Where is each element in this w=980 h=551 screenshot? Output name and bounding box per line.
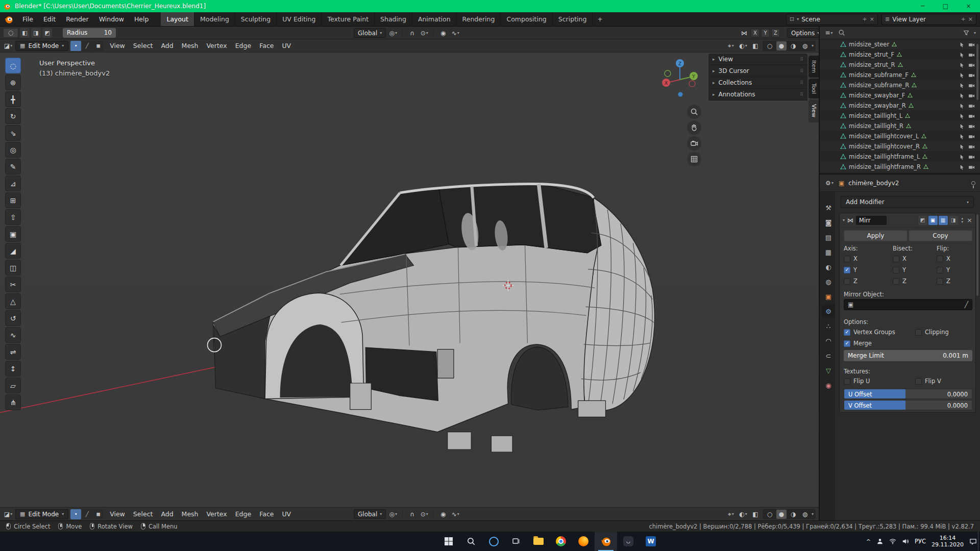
outliner-row[interactable]: midsize_subframe_F: [820, 70, 980, 80]
viewport-menu[interactable]: View: [106, 510, 129, 518]
viewport-menu[interactable]: Select: [129, 510, 157, 518]
mirror-axis-toggle[interactable]: X: [751, 29, 760, 37]
workspace-tab[interactable]: Layout: [161, 12, 194, 26]
render-visibility-icon[interactable]: [968, 134, 975, 139]
n-panel-section[interactable]: ▸ Annotations ⠿: [708, 89, 807, 101]
outliner-row[interactable]: midsize_taillight_L: [820, 111, 980, 121]
tab-object-data[interactable]: ▽: [822, 364, 835, 377]
workspace-tab[interactable]: Compositing: [501, 12, 552, 26]
selectable-icon[interactable]: [959, 52, 965, 58]
new-view-layer-icon[interactable]: +: [961, 16, 966, 22]
tool-rip-region[interactable]: ⋔: [5, 394, 21, 410]
viewport-menu[interactable]: Select: [129, 42, 157, 49]
clock[interactable]: 16:14 29.11.2020: [932, 535, 964, 548]
shading-wireframe-button[interactable]: ○: [765, 510, 775, 519]
viewport-menu[interactable]: Edge: [231, 510, 255, 518]
render-visibility-icon[interactable]: [968, 164, 975, 170]
n-panel-section[interactable]: ▸ View ⠿: [708, 54, 807, 65]
selectable-icon[interactable]: [959, 103, 965, 109]
volume-tray-icon[interactable]: [902, 538, 909, 545]
tab-active-tool[interactable]: ⚒: [822, 201, 835, 214]
pin-icon[interactable]: [971, 181, 975, 185]
tab-material[interactable]: ◉: [822, 379, 835, 392]
outliner-row[interactable]: midsize_strut_R: [820, 60, 980, 70]
render-visibility-icon[interactable]: [968, 123, 975, 129]
render-visibility-icon[interactable]: [968, 144, 975, 149]
display-cage-toggle[interactable]: ◩: [918, 216, 927, 225]
menubar-menu[interactable]: Help: [129, 12, 154, 26]
orientation-dropdown[interactable]: Global▾: [354, 28, 386, 38]
proportional-edit-toggle[interactable]: ◉: [438, 509, 448, 519]
move-modifier-down-icon[interactable]: ▾: [962, 220, 964, 224]
mode-dropdown[interactable]: ▦ Edit Mode ▾: [15, 509, 68, 519]
render-visibility-icon[interactable]: [968, 103, 975, 109]
navigation-gizmo[interactable]: Z X Y: [657, 57, 700, 99]
workspace-tab[interactable]: Shading: [375, 12, 412, 26]
show-desktop-button[interactable]: [978, 532, 980, 551]
workspace-tab[interactable]: Scripting: [553, 12, 593, 26]
axis-x-checkbox[interactable]: [844, 256, 850, 262]
flip-v-checkbox[interactable]: [915, 378, 922, 385]
editor-type-button[interactable]: ≡▾: [824, 28, 834, 38]
xray-toggle[interactable]: ◧: [750, 41, 761, 51]
tool-smooth[interactable]: ∿: [5, 327, 21, 343]
close-button[interactable]: ×: [957, 0, 980, 12]
snap-toggle[interactable]: ∩: [407, 509, 417, 519]
show-gizmos-button[interactable]: ⌖▾: [726, 509, 736, 519]
snap-target-button[interactable]: ⊙▾: [419, 509, 429, 519]
u-offset-slider[interactable]: U Offset 0.0000: [844, 389, 972, 399]
tool-shear[interactable]: ▱: [5, 378, 21, 393]
display-realtime-toggle[interactable]: ▥: [939, 216, 948, 225]
vertex-groups-checkbox[interactable]: [844, 329, 850, 336]
add-modifier-dropdown[interactable]: Add Modifier ▾: [841, 196, 974, 208]
tool-annotate[interactable]: ✎: [5, 159, 21, 174]
proportional-falloff-button[interactable]: ∿▾: [450, 509, 460, 519]
tab-particles[interactable]: ∴: [822, 319, 835, 333]
maximize-button[interactable]: □: [934, 0, 957, 12]
outliner-scrollbar[interactable]: [976, 44, 978, 100]
zoom-button[interactable]: [687, 105, 701, 119]
viewport-menu[interactable]: Mesh: [178, 42, 203, 49]
menubar-menu[interactable]: Render: [61, 12, 94, 26]
display-editmode-toggle[interactable]: ▣: [928, 216, 938, 225]
expand-icon[interactable]: ▾: [843, 218, 845, 222]
blender-menu-icon[interactable]: [4, 15, 13, 24]
tool-extrude[interactable]: ⇧: [5, 209, 21, 225]
shading-material-button[interactable]: ◑: [788, 41, 798, 51]
flip-u-checkbox[interactable]: [844, 378, 850, 385]
outliner-row[interactable]: midsize_taillight_R: [820, 121, 980, 131]
outliner-row[interactable]: midsize_taillightcover_R: [820, 141, 980, 152]
tool-rotate[interactable]: ↻: [5, 108, 21, 124]
render-visibility-icon[interactable]: [968, 72, 975, 78]
chrome-icon[interactable]: [550, 532, 572, 551]
bisect-y-checkbox[interactable]: [893, 267, 899, 273]
tab-render[interactable]: ◙: [822, 216, 835, 229]
outliner-row[interactable]: midsize_strut_F: [820, 49, 980, 60]
outliner-row[interactable]: midsize_taillightframe_R: [820, 162, 980, 172]
menubar-menu[interactable]: File: [17, 12, 38, 26]
show-overlays-button[interactable]: ◐▾: [738, 509, 748, 519]
network-tray-icon[interactable]: [889, 538, 896, 545]
tool-select-circle[interactable]: ◌: [5, 58, 21, 73]
viewport-menu[interactable]: UV: [278, 510, 295, 518]
radius-slider[interactable]: Radius 10: [63, 28, 116, 38]
proportional-edit-toggle[interactable]: ◉: [438, 28, 448, 38]
mask-mode-icon-1[interactable]: ◧: [20, 28, 30, 38]
action-center-icon[interactable]: [969, 538, 977, 545]
viewport-menu[interactable]: Vertex: [203, 42, 231, 49]
vertex-select-mode[interactable]: •: [70, 509, 81, 519]
viewport-menu[interactable]: Face: [255, 510, 278, 518]
flip-y-checkbox[interactable]: [937, 267, 943, 273]
editor-type-button[interactable]: ◪▾: [3, 41, 13, 51]
bisect-x-checkbox[interactable]: [893, 256, 899, 262]
minimize-button[interactable]: ─: [911, 0, 934, 12]
selectable-icon[interactable]: [959, 134, 965, 139]
firefox-icon[interactable]: [572, 532, 595, 551]
menubar-menu[interactable]: Window: [94, 12, 129, 26]
selectable-icon[interactable]: [959, 113, 965, 119]
viewport-menu[interactable]: Add: [157, 42, 177, 49]
tool-measure[interactable]: ⊿: [5, 176, 21, 191]
scene-selector[interactable]: ⊡ ▾ Scene + ×: [786, 14, 878, 25]
selectable-icon[interactable]: [959, 123, 965, 129]
cortana-icon[interactable]: [482, 532, 505, 551]
